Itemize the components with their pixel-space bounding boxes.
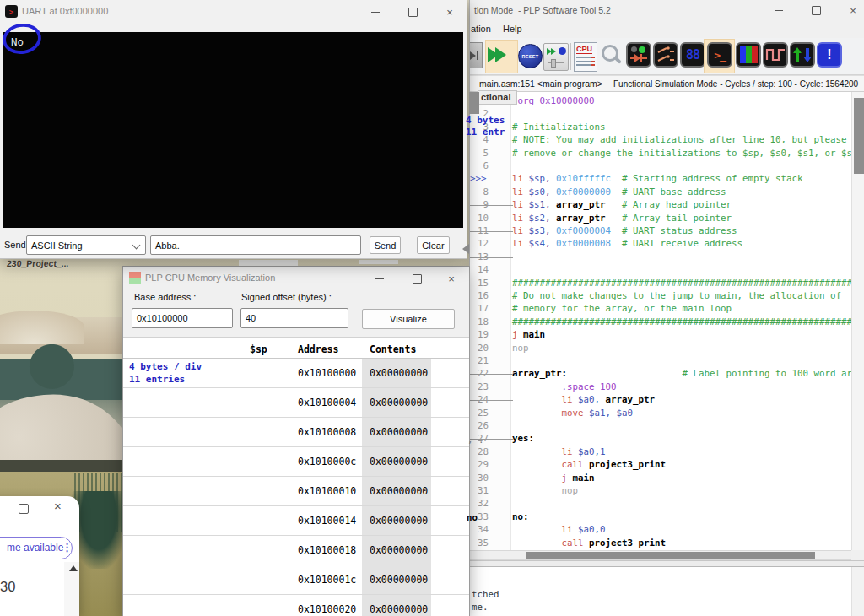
line-strike-mark [470,205,513,206]
memory-contents: 0x00000000 [370,603,428,615]
memory-table-row: 0x101000140x00000000 [123,506,469,536]
line-number: 18 [470,316,489,327]
line-number: 32 [470,498,489,509]
browser-close-button[interactable]: × [54,499,62,513]
reset-button[interactable]: RESET [518,44,543,68]
uart-window-title: UART at 0xf0000000 [22,6,108,16]
browser-scrollbar[interactable] [64,562,79,616]
code-line: yes: [512,433,534,444]
memory-table-row: 0x1010001c0x00000000 [123,565,469,595]
memory-close-button[interactable]: × [444,268,459,289]
browser-pill-button[interactable]: me available ⋮ [0,537,73,559]
browser-maximize-button[interactable] [19,504,29,514]
code-line: move $a1, $a0 [512,408,633,419]
desktop-icon-label[interactable]: 230_Project_... [7,258,69,268]
seven-segment-button[interactable]: 88 [680,42,705,68]
code-line: call project3_print [512,459,666,470]
uart-button[interactable]: >_ [707,42,732,68]
memory-window-title: PLP CPU Memory Visualization [145,273,275,283]
line-number: 5 [470,148,489,159]
scrollbar-thumb[interactable] [526,552,815,559]
gpio-button[interactable] [790,42,815,68]
terminal-icon: >_ [714,49,726,62]
send-button[interactable]: Send [370,236,401,254]
vga-display-button[interactable] [736,42,761,68]
main-close-button[interactable]: × [845,0,861,20]
led-icon [629,46,648,64]
toolbar: RESET CPU [470,38,864,75]
main-maximize-button[interactable] [808,0,824,20]
memory-address: 0x10100010 [298,485,356,497]
memory-contents: 0x00000000 [370,515,428,527]
offset-input[interactable]: 40 [240,308,348,328]
uart-close-button[interactable]: × [442,2,457,22]
code-line: array_ptr: # Label pointing to 100 word … [512,368,864,379]
memory-maximize-button[interactable] [409,268,424,289]
run-button[interactable] [488,47,506,62]
step-settings-button[interactable] [543,43,569,71]
send-mode-select[interactable]: ASCII String [26,235,146,255]
clear-button[interactable]: Clear [417,236,450,254]
waveform-button[interactable] [763,42,788,68]
status-file: main.asm:151 <main program> [479,78,602,89]
step-button[interactable] [470,42,483,68]
uart-maximize-button[interactable] [405,2,420,22]
memory-minimize-button[interactable] [372,268,387,289]
code-line: ########################################… [512,278,864,289]
memory-contents: 0x00000000 [370,485,428,497]
line-strike-mark [470,257,513,258]
wallpaper-peak [0,311,84,344]
led-display-button[interactable] [626,42,651,68]
tooltip-fragment: ctional [478,90,517,105]
switches-button[interactable] [653,42,678,68]
scrollbar-thumb[interactable] [854,98,864,174]
code-line: # memory for the array, or the main loop [512,303,732,314]
editor-vertical-scrollbar[interactable] [851,92,864,550]
cpu-view-button[interactable]: CPU [574,42,597,72]
browser-window: × me available ⋮ 30 [0,496,79,616]
memory-address: 0x1010001c [298,574,356,586]
scroll-up-icon[interactable] [69,565,78,571]
code-line: j main [512,473,595,484]
toolbar-separator [570,43,571,70]
panel-splitter[interactable] [470,560,864,567]
line-number: 34 [470,524,489,535]
code-editor[interactable]: 123456>>>8910111213141516171819202122232… [470,92,864,550]
column-header-contents: Contents [370,343,416,355]
column-header-address: Address [298,343,338,355]
scrollbar-corner [851,550,864,560]
main-window-title: tion Mode - PLP Software Tool 5.2 [474,5,611,15]
uart-minimize-button[interactable] [368,2,383,22]
interrupt-button[interactable]: ! [817,42,842,68]
annotation-circle [1,22,45,59]
line-number: 19 [470,329,489,340]
base-address-input[interactable]: 0x10100000 [132,308,233,328]
search-button[interactable] [600,44,624,68]
message-input[interactable]: Abba. [150,235,361,255]
line-number: 21 [470,355,489,366]
code-line: li $s4, 0xf0000008 # UART receive addres… [512,238,742,249]
uart-terminal[interactable]: No [3,32,463,228]
editor-horizontal-scrollbar[interactable] [470,550,851,560]
line-number: 15 [470,278,489,289]
output-console: tched me. [470,567,864,616]
menu-simulation[interactable]: ation [471,24,491,34]
code-line: .space 100 [512,381,617,392]
send-label: Send [4,240,26,250]
memory-address: 0x10100018 [298,544,356,556]
main-minimize-button[interactable] [771,0,786,20]
play-icon [495,47,506,62]
memory-address: 0x10100000 [298,367,356,379]
line-number: 12 [470,238,489,249]
memory-contents: 0x00000000 [370,456,428,467]
console-scrollbar[interactable] [851,567,864,616]
line-number: 25 [470,408,489,419]
menu-help[interactable]: Help [503,24,522,34]
code-line: li $a0,0 [512,524,606,535]
visualize-button[interactable]: Visualize [362,309,455,329]
memory-table-row: 0x1010000c0x00000000 [123,447,469,477]
more-options-icon[interactable]: ⋮ [62,541,73,554]
line-number: 26 [470,420,489,431]
line-number: 28 [470,446,489,457]
code-line: nop [512,485,578,496]
